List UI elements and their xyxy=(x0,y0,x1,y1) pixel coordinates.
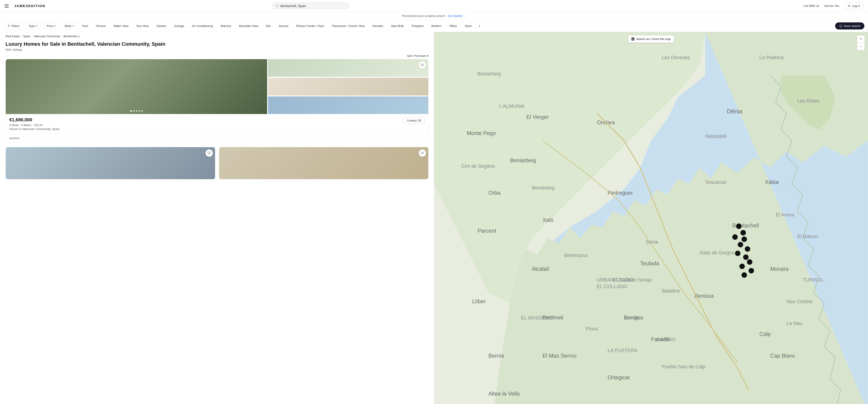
save-search-button[interactable]: Save search xyxy=(835,22,864,29)
modern-filter[interactable]: Modern xyxy=(429,23,444,29)
dot-4[interactable] xyxy=(138,110,140,112)
side-image-1-bg xyxy=(268,59,428,77)
svg-text:Fanadix: Fanadix xyxy=(651,336,671,342)
fitness-center-filter[interactable]: Fitness Center / Gym xyxy=(293,23,327,29)
svg-text:Toscamar: Toscamar xyxy=(705,180,726,185)
garage-filter[interactable]: Garage xyxy=(172,23,187,29)
svg-text:Pedreguer: Pedreguer xyxy=(608,190,633,196)
heart-icon-2 xyxy=(208,151,211,155)
brand-name: luxinmo xyxy=(9,137,20,140)
list-with-us-link[interactable]: List With Us xyxy=(803,4,819,7)
svg-text:El Mas Serroc: El Mas Serroc xyxy=(543,353,577,359)
side-image-2-bg xyxy=(268,78,428,95)
search-move-checkbox[interactable] xyxy=(631,37,634,40)
side-image-2 xyxy=(268,78,428,95)
favorite-button-2[interactable] xyxy=(206,149,213,157)
new-built-filter[interactable]: New Built xyxy=(388,23,406,29)
filter-icon xyxy=(7,25,10,28)
sea-view-filter[interactable]: Sea View xyxy=(133,23,152,29)
cards-area: PROMOTED xyxy=(0,59,434,184)
left-panel: Real Estate / Spain / Valencian Communit… xyxy=(0,32,434,404)
svg-point-32 xyxy=(735,251,741,256)
svg-text:Benissa: Benissa xyxy=(624,315,643,321)
filters-button[interactable]: Filters xyxy=(4,23,23,29)
login-button[interactable]: Log in xyxy=(844,2,863,9)
air-conditioning-filter[interactable]: Air Conditioning xyxy=(189,23,216,29)
elevator-filter[interactable]: Elevator xyxy=(370,23,386,29)
svg-text:El Balcon: El Balcon xyxy=(798,234,818,239)
favorite-button[interactable] xyxy=(419,61,426,69)
listing-info: €1,690,000 6 Beds · 5 Baths · 743 m² Hou… xyxy=(6,114,428,134)
dot-1[interactable] xyxy=(130,110,132,112)
header: JAMESEDITION List With Us Just for You L… xyxy=(0,0,868,12)
svg-text:Xàbia: Xàbia xyxy=(765,179,779,185)
listing-details: 6 Beds · 5 Baths · 743 m² xyxy=(9,123,60,127)
small-card-1[interactable] xyxy=(5,147,215,179)
featured-listing-card[interactable]: PROMOTED xyxy=(5,59,429,142)
svg-text:Calp: Calp xyxy=(759,331,771,337)
svg-text:Gata de Gorgos: Gata de Gorgos xyxy=(700,250,735,256)
office-filter[interactable]: Office xyxy=(446,23,460,29)
open-filter[interactable]: Open xyxy=(462,23,475,29)
bar-filter[interactable]: Bar xyxy=(264,23,274,29)
svg-text:Pueblo Nou de Calp: Pueblo Nou de Calp xyxy=(662,364,706,370)
zoom-out-button[interactable]: − xyxy=(857,43,865,50)
more-filters-arrow[interactable]: › xyxy=(477,24,482,28)
site-logo: JAMESEDITION xyxy=(14,4,45,8)
get-started-link[interactable]: Get started → xyxy=(448,14,466,18)
beds-button[interactable]: Beds ▾ xyxy=(61,23,77,29)
breadcrumb-real-estate[interactable]: Real Estate xyxy=(5,35,20,38)
svg-text:LA FUSTERA: LA FUSTERA xyxy=(608,348,638,353)
search-input[interactable] xyxy=(280,4,346,8)
jacuzzi-filter[interactable]: Jacuzzi xyxy=(276,23,291,29)
breadcrumb-valencian[interactable]: Valencian Community xyxy=(34,35,60,38)
user-icon xyxy=(847,4,851,7)
price-chevron: ▾ xyxy=(54,25,56,27)
svg-point-31 xyxy=(745,246,750,252)
just-for-you-link[interactable]: Just for You xyxy=(824,4,839,7)
garden-filter[interactable]: Garden xyxy=(154,23,169,29)
map-panel: Dénia Xàbia Benitachell Moraira Benissa … xyxy=(434,32,868,404)
menu-icon[interactable] xyxy=(5,4,9,7)
balcony-filter[interactable]: Balcony xyxy=(218,23,234,29)
dot-5[interactable] xyxy=(141,110,143,112)
breadcrumb-spain[interactable]: Spain xyxy=(23,35,30,38)
price-button[interactable]: Price ▾ xyxy=(43,23,59,29)
svg-text:Les Deveses: Les Deveses xyxy=(662,55,690,60)
dot-2[interactable] xyxy=(133,110,134,112)
main-listing-image xyxy=(6,59,267,114)
svg-point-26 xyxy=(736,224,742,229)
terrace-filter[interactable]: Terrace xyxy=(93,23,108,29)
main-layout: Real Estate / Spain / Valencian Communit… xyxy=(0,32,868,404)
water-view-filter[interactable]: Water View xyxy=(111,23,131,29)
map-search-bar[interactable]: Search as I move the map xyxy=(628,35,674,43)
contact-button[interactable]: Contact xyxy=(403,117,425,124)
breadcrumb-benitachell[interactable]: Benitachell ∨ xyxy=(64,35,80,38)
sort-bar: Sort: Premium ▾ xyxy=(0,53,434,59)
heart-icon xyxy=(421,63,424,67)
type-button[interactable]: Type ▾ xyxy=(25,23,41,29)
zoom-in-button[interactable]: + xyxy=(857,35,865,43)
personalize-text: Personalize your property search xyxy=(402,14,445,18)
svg-text:Senia: Senia xyxy=(646,239,658,245)
svg-text:Benidoleig: Benidoleig xyxy=(532,185,555,191)
svg-text:La Pedrera: La Pedrera xyxy=(759,55,783,60)
svg-point-30 xyxy=(738,242,743,248)
page-title: Luxury Homes for Sale in Benitachell, Va… xyxy=(5,41,429,47)
fireplace-filter[interactable]: Fireplace xyxy=(409,23,426,29)
mountain-view-filter[interactable]: Mountain View xyxy=(236,23,261,29)
map-background[interactable]: Dénia Xàbia Benitachell Moraira Benissa … xyxy=(434,32,868,404)
favorite-button-3[interactable] xyxy=(419,149,426,157)
header-search-bar[interactable] xyxy=(272,2,350,9)
dot-3[interactable] xyxy=(135,110,137,112)
svg-text:L'ALMUNIA: L'ALMUNIA xyxy=(499,104,525,109)
pool-filter[interactable]: Pool xyxy=(80,23,91,29)
breadcrumb-sep1: / xyxy=(21,35,22,38)
svg-text:Beniarbeig: Beniarbeig xyxy=(510,157,536,163)
small-card-2[interactable] xyxy=(219,147,429,179)
svg-text:Ortegicar: Ortegicar xyxy=(608,375,630,380)
sort-button[interactable]: Sort: Premium ▾ xyxy=(407,54,429,58)
panoramic-filter[interactable]: Panoramic / Scenic View xyxy=(329,23,368,29)
heart-icon-3 xyxy=(421,151,424,155)
side-image-3 xyxy=(268,96,428,114)
